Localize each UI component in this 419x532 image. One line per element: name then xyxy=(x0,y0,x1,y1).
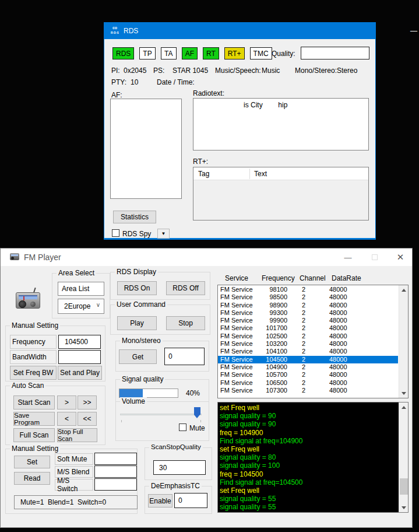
area-list-field[interactable] xyxy=(58,282,104,296)
rds-mode-button-tmc[interactable]: TMC xyxy=(250,47,272,60)
service-row[interactable]: FM Service98500248000 xyxy=(218,293,398,301)
deemphasis-input[interactable] xyxy=(174,493,207,508)
scroll-up-button[interactable] xyxy=(399,285,409,295)
service-row[interactable]: FM Service101700248000 xyxy=(218,324,398,332)
console-line: freq = 104900 xyxy=(220,429,397,437)
service-cell-channel: 2 xyxy=(302,317,305,324)
rds-mode-button-rt[interactable]: RT xyxy=(203,47,219,60)
rds-mode-button-tp[interactable]: TP xyxy=(139,47,155,60)
stop-button[interactable]: Stop xyxy=(166,316,205,330)
console-line: set Freq well xyxy=(220,487,397,495)
scroll-up-button[interactable] xyxy=(399,402,409,412)
scan-stop-quality-input[interactable] xyxy=(153,460,206,475)
rds-mode-button-rds[interactable]: RDS xyxy=(112,47,134,60)
signal-quality-fill xyxy=(119,389,143,397)
rds-off-button[interactable]: RDS Off xyxy=(166,281,205,295)
set-freq-bw-button[interactable]: Set Freq BW xyxy=(10,366,57,380)
rds-titlebar[interactable]: co R·D·S RDS — ✕ xyxy=(104,23,375,39)
service-row[interactable]: FM Service104500248000 xyxy=(218,356,398,363)
service-row[interactable]: FM Service104100248000 xyxy=(218,348,398,355)
set-and-play-button[interactable]: Set and Play xyxy=(58,366,102,380)
volume-slider-track[interactable] xyxy=(120,414,202,415)
quality-label: Quality: xyxy=(272,50,295,58)
service-scrollbar[interactable] xyxy=(399,285,408,398)
frequency-input[interactable] xyxy=(58,335,101,349)
scan-prev-fast-button[interactable]: << xyxy=(78,412,97,426)
console-log[interactable]: set Freq wellsignal quality = 90signal q… xyxy=(217,402,409,513)
scan-prev-button[interactable]: < xyxy=(57,412,76,426)
slider-tick xyxy=(121,420,122,422)
manual-setting2-legend: Manual Setting xyxy=(10,444,60,453)
console-scrollbar[interactable] xyxy=(399,402,408,512)
statistics-button[interactable]: Statistics xyxy=(113,211,156,223)
scroll-up-icon xyxy=(402,289,406,292)
rds-minimize-button[interactable]: — xyxy=(405,23,419,39)
rds-on-button[interactable]: RDS On xyxy=(117,281,157,295)
service-row[interactable]: FM Service104900248000 xyxy=(218,363,398,371)
set-button[interactable]: Set xyxy=(14,456,50,468)
volume-slider-thumb[interactable] xyxy=(194,407,200,415)
soft-mute-input[interactable] xyxy=(94,453,137,465)
save-program-button[interactable]: Save Program xyxy=(13,412,55,426)
fm-maximize-button[interactable] xyxy=(365,249,384,266)
get-button[interactable]: Get xyxy=(119,349,157,364)
service-row[interactable]: FM Service99300248000 xyxy=(218,309,398,317)
scan-next-button[interactable]: > xyxy=(57,396,76,410)
rds-spy-dropdown-button[interactable]: ▼ xyxy=(157,229,170,239)
af-list[interactable] xyxy=(110,99,182,199)
service-cell-frequency: 107300 xyxy=(250,387,287,394)
console-line: signal quality = 90 xyxy=(220,412,397,420)
user-command-legend: User Command xyxy=(115,300,167,309)
service-row[interactable]: FM Service103200248000 xyxy=(218,340,398,348)
rds-mode-button-af[interactable]: AF xyxy=(182,47,198,60)
fm-titlebar[interactable]: FM Player — ✕ xyxy=(1,249,412,266)
service-row[interactable]: FM Service106500248000 xyxy=(218,379,398,387)
ms-blend-input[interactable] xyxy=(94,466,137,478)
fm-minimize-button[interactable]: — xyxy=(339,249,357,266)
stop-full-scan-button[interactable]: Stop Full Scan xyxy=(57,428,97,442)
service-list[interactable]: FM Service98100248000FM Service985002480… xyxy=(217,285,409,398)
read-button[interactable]: Read xyxy=(14,472,50,485)
scan-next-fast-button[interactable]: >> xyxy=(78,396,97,410)
scrollbar-thumb[interactable] xyxy=(400,478,408,495)
service-cell-service: FM Service xyxy=(220,324,253,332)
service-cell-datarate: 48000 xyxy=(329,363,347,371)
scan-stop-quality-legend: ScanStopQuality xyxy=(149,443,203,450)
service-row[interactable]: FM Service98900248000 xyxy=(218,302,398,309)
service-cell-datarate: 48000 xyxy=(329,348,347,355)
full-scan-button[interactable]: Full Scan xyxy=(13,428,55,442)
service-row[interactable]: FM Service98100248000 xyxy=(218,286,398,293)
service-cell-frequency: 99300 xyxy=(250,309,287,317)
fm-player-window: FM Player — ✕ Area Select 2Europe ∨ RDS … xyxy=(0,248,413,528)
fm-close-button[interactable]: ✕ xyxy=(391,249,410,266)
service-cell-datarate: 48000 xyxy=(329,309,347,317)
rds-mode-button-rtplus[interactable]: RT+ xyxy=(224,47,245,60)
service-row[interactable]: FM Service99900248000 xyxy=(218,317,398,324)
rds-spy-checkbox[interactable] xyxy=(112,229,119,237)
ms-switch-input[interactable] xyxy=(94,478,137,491)
quality-input[interactable] xyxy=(301,47,369,60)
start-scan-button[interactable]: Start Scan xyxy=(13,396,55,410)
radio-icon xyxy=(16,289,40,309)
bandwidth-input[interactable] xyxy=(58,350,101,364)
play-button[interactable]: Play xyxy=(117,316,157,330)
scroll-down-button[interactable] xyxy=(399,388,409,398)
service-row[interactable]: FM Service107300248000 xyxy=(218,387,398,394)
area-combo-select[interactable]: 2Europe ∨ xyxy=(58,299,104,314)
service-row[interactable]: FM Service105700248000 xyxy=(218,371,398,379)
mute-checkbox[interactable] xyxy=(179,424,186,431)
service-row[interactable]: FM Service102500248000 xyxy=(218,332,398,340)
rds-display-legend: RDS Display xyxy=(115,268,158,276)
scroll-down-button[interactable] xyxy=(399,503,409,512)
desktop: co R·D·S RDS — ✕ RDSTPTAAFRTRT+TMC Quali… xyxy=(0,0,419,532)
rds-mode-button-ta[interactable]: TA xyxy=(161,47,177,60)
rtplus-table[interactable]: Tag Text xyxy=(193,167,369,220)
frequency-label: Frequency xyxy=(10,335,57,349)
service-cell-datarate: 48000 xyxy=(329,286,347,293)
enable-button[interactable]: Enable xyxy=(148,494,172,508)
mono-stereo-value-field[interactable] xyxy=(164,348,205,365)
rds-logo-top: co xyxy=(110,26,120,30)
service-cell-datarate: 48000 xyxy=(329,379,347,387)
pty-value: 10 xyxy=(131,78,138,86)
radiotext-box[interactable]: is City hip xyxy=(193,98,369,150)
